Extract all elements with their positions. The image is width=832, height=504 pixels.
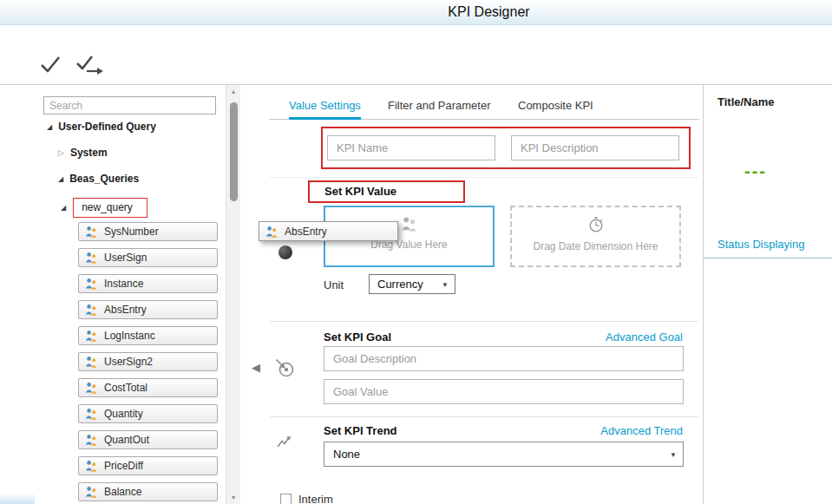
corner-decoration — [0, 493, 35, 504]
sidebar-scrollbar[interactable]: ▲ ▼ — [226, 85, 240, 504]
confirm-and-next-button[interactable] — [75, 54, 104, 79]
measure-icon — [85, 330, 98, 342]
measure-icon — [85, 382, 98, 394]
query-field-label: Quantity — [104, 408, 143, 420]
tree-node-label: User-Defined Query — [58, 121, 156, 133]
section-divider — [270, 177, 698, 178]
tab-bar: Value Settings Filter and Parameter Comp… — [269, 95, 699, 120]
date-dimension-dropzone[interactable]: Drag Date Dimension Here — [510, 206, 681, 267]
collapse-panel-arrow[interactable]: ◀ — [252, 361, 260, 374]
goal-description-input[interactable] — [324, 346, 684, 371]
tree-node-user-defined-query[interactable]: ◢ User-Defined Query — [47, 121, 156, 133]
app-title: KPI Designer — [0, 4, 832, 20]
query-field[interactable]: CostTotal — [78, 378, 218, 397]
tree-node-system[interactable]: ▷ System — [58, 147, 108, 159]
tab-composite-kpi[interactable]: Composite KPI — [518, 95, 593, 120]
preview-panel: Title/Name --- Status Displaying — [703, 85, 832, 504]
tree-node-label: new_query — [82, 201, 133, 213]
preview-title: Title/Name — [717, 95, 775, 108]
query-field[interactable]: PriceDiff — [78, 456, 218, 475]
query-field-label: SysNumber — [104, 226, 159, 238]
measure-gray-icon — [401, 216, 418, 232]
target-icon — [274, 357, 296, 379]
unit-label: Unit — [324, 278, 344, 291]
measure-icon — [85, 408, 98, 420]
check-arrow-icon — [75, 54, 104, 76]
interim-label: Interim — [298, 493, 333, 504]
scroll-down-arrow-icon[interactable]: ▼ — [226, 494, 240, 501]
query-field[interactable]: Quantity — [78, 404, 218, 423]
section-divider — [270, 416, 698, 417]
chevron-down-icon: ▼ — [442, 275, 449, 293]
query-field-label: AbsEntry — [104, 304, 147, 316]
kpi-description-input[interactable] — [511, 135, 679, 160]
collapsed-arrow-icon: ▷ — [58, 148, 64, 157]
measure-icon — [85, 486, 98, 498]
measure-icon — [85, 460, 98, 472]
query-field-label: QuantOut — [104, 434, 149, 446]
kpi-name-highlight-box — [321, 127, 691, 169]
section-divider — [270, 321, 698, 322]
active-query-highlight: new_query — [73, 198, 147, 218]
trend-icon — [276, 434, 292, 450]
unit-select-value: Currency — [377, 278, 423, 291]
tab-value-settings[interactable]: Value Settings — [289, 95, 361, 120]
expanded-arrow-icon: ◢ — [47, 123, 52, 131]
query-field[interactable]: UserSign — [78, 248, 218, 267]
query-field-label: LogInstanc — [104, 330, 155, 342]
tree-node-beas-queries[interactable]: ◢ Beas_Queries — [58, 173, 139, 185]
expanded-arrow-icon: ◢ — [58, 175, 63, 183]
trend-select[interactable]: None ▼ — [324, 442, 684, 467]
measure-icon — [265, 226, 278, 238]
query-field[interactable]: Instance — [78, 274, 218, 293]
toolbar — [0, 25, 832, 85]
unit-select[interactable]: Currency ▼ — [369, 274, 455, 294]
expanded-arrow-icon: ◢ — [61, 204, 66, 212]
measure-icon — [85, 252, 98, 264]
clock-icon — [587, 216, 605, 233]
tab-filter-and-parameter[interactable]: Filter and Parameter — [388, 95, 491, 120]
measure-icon — [85, 434, 98, 446]
query-field[interactable]: SysNumber — [78, 222, 218, 241]
tree-node-new-query[interactable]: ◢ new_query — [61, 198, 147, 218]
kpi-name-input[interactable] — [327, 135, 495, 160]
no-drop-cursor-icon — [278, 245, 292, 259]
measure-icon — [85, 226, 98, 238]
query-field-label: UserSign — [104, 252, 147, 264]
confirm-button[interactable] — [38, 54, 62, 79]
trend-select-value: None — [333, 448, 360, 461]
measure-icon — [85, 304, 98, 316]
query-field-label: Instance — [104, 278, 143, 290]
set-kpi-goal-title: Set KPI Goal — [324, 331, 391, 344]
query-field[interactable]: QuantOut — [78, 430, 218, 449]
set-kpi-value-title: Set KPI Value — [308, 180, 465, 203]
date-dropzone-hint: Drag Date Dimension Here — [533, 240, 658, 252]
query-field-list: SysNumber UserSign Instance AbsEntry Log… — [78, 222, 218, 504]
dragged-field-absentry[interactable]: AbsEntry — [259, 221, 398, 241]
advanced-goal-link[interactable]: Advanced Goal — [521, 331, 683, 344]
query-field-label: UserSign2 — [104, 356, 153, 368]
query-field-label: CostTotal — [104, 382, 147, 394]
scroll-up-arrow-icon[interactable]: ▲ — [226, 88, 240, 95]
query-field[interactable]: AbsEntry — [78, 300, 218, 319]
preview-value-placeholder: --- — [744, 161, 767, 181]
query-field-label: PriceDiff — [104, 460, 143, 472]
query-field[interactable]: Balance — [78, 482, 218, 501]
check-icon — [38, 54, 62, 76]
query-field[interactable]: LogInstanc — [78, 326, 218, 345]
measure-icon — [85, 356, 98, 368]
search-input[interactable] — [43, 96, 216, 115]
kpi-designer-window: KPI Designer ◢ User-Defined Query ▷ Syst… — [0, 0, 832, 504]
scrollbar-thumb[interactable] — [230, 102, 238, 201]
query-field[interactable]: UserSign2 — [78, 352, 218, 371]
status-displaying-link[interactable]: Status Displaying — [704, 238, 832, 259]
query-field-label: Balance — [104, 486, 141, 498]
tree-node-label: Beas_Queries — [69, 173, 139, 185]
set-kpi-trend-title: Set KPI Trend — [324, 424, 397, 437]
interim-checkbox[interactable] — [280, 494, 292, 504]
goal-value-input[interactable] — [324, 379, 684, 404]
measure-icon — [85, 278, 98, 290]
window-header: KPI Designer — [0, 0, 832, 25]
advanced-trend-link[interactable]: Advanced Trend — [521, 424, 683, 437]
tree-node-label: System — [70, 147, 108, 159]
